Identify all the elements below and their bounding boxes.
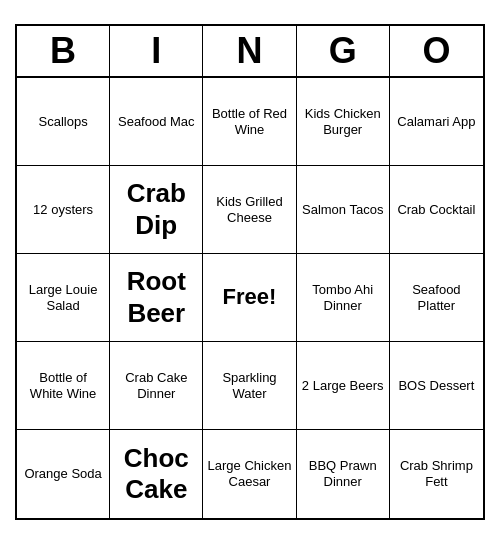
bingo-grid: ScallopsSeafood MacBottle of Red WineKid…	[17, 78, 483, 518]
bingo-cell: Crab Cocktail	[390, 166, 483, 254]
bingo-cell: Root Beer	[110, 254, 203, 342]
bingo-cell: Calamari App	[390, 78, 483, 166]
header-letter: N	[203, 26, 296, 76]
bingo-cell: Large Chicken Caesar	[203, 430, 296, 518]
bingo-cell: Free!	[203, 254, 296, 342]
bingo-cell: Kids Chicken Burger	[297, 78, 390, 166]
bingo-card: BINGO ScallopsSeafood MacBottle of Red W…	[15, 24, 485, 520]
bingo-cell: Kids Grilled Cheese	[203, 166, 296, 254]
bingo-cell: 12 oysters	[17, 166, 110, 254]
bingo-cell: Crab Shrimp Fett	[390, 430, 483, 518]
bingo-cell: Salmon Tacos	[297, 166, 390, 254]
bingo-cell: Scallops	[17, 78, 110, 166]
bingo-cell: Crab Dip	[110, 166, 203, 254]
bingo-cell: BBQ Prawn Dinner	[297, 430, 390, 518]
bingo-cell: Choc Cake	[110, 430, 203, 518]
header-letter: O	[390, 26, 483, 76]
header-letter: I	[110, 26, 203, 76]
header-letter: B	[17, 26, 110, 76]
bingo-cell: Bottle of White Wine	[17, 342, 110, 430]
bingo-cell: Orange Soda	[17, 430, 110, 518]
bingo-cell: Large Louie Salad	[17, 254, 110, 342]
bingo-cell: Tombo Ahi Dinner	[297, 254, 390, 342]
bingo-cell: Crab Cake Dinner	[110, 342, 203, 430]
bingo-cell: Bottle of Red Wine	[203, 78, 296, 166]
bingo-cell: 2 Large Beers	[297, 342, 390, 430]
bingo-cell: Seafood Mac	[110, 78, 203, 166]
bingo-cell: Seafood Platter	[390, 254, 483, 342]
bingo-header: BINGO	[17, 26, 483, 78]
bingo-cell: Sparkling Water	[203, 342, 296, 430]
header-letter: G	[297, 26, 390, 76]
bingo-cell: BOS Dessert	[390, 342, 483, 430]
